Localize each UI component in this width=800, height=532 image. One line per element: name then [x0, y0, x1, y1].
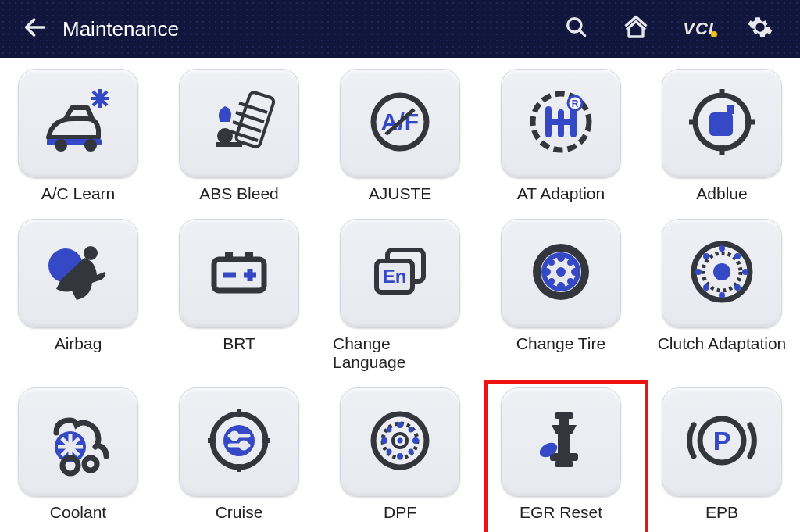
adblue-icon: [683, 83, 761, 164]
svg-rect-36: [225, 252, 233, 261]
tile-change-language[interactable]: En: [340, 219, 460, 328]
tile-brt[interactable]: [179, 219, 299, 328]
item-label: Change Language: [333, 334, 467, 372]
svg-point-54: [548, 278, 555, 284]
svg-point-94: [409, 449, 414, 455]
svg-point-88: [397, 453, 403, 459]
svg-point-91: [387, 427, 392, 433]
item-at-adaption: R AT Adaption: [494, 69, 628, 203]
tile-ac-learn[interactable]: [18, 69, 138, 178]
item-dpf: DPF: [333, 387, 467, 522]
vci-status-dot: [711, 31, 717, 37]
item-egr-reset: EGR Reset: [494, 387, 628, 522]
search-icon[interactable]: [564, 15, 589, 43]
item-epb: P EPB: [655, 387, 789, 522]
vci-label-text: VCI: [683, 19, 714, 38]
header-bar: Maintenance VCI: [0, 0, 800, 58]
svg-point-58: [713, 263, 730, 280]
svg-point-50: [543, 268, 551, 276]
tile-change-tire[interactable]: [501, 219, 621, 328]
coolant-icon: [39, 402, 117, 483]
tile-abs-bleed[interactable]: [179, 69, 299, 178]
change-tire-icon: [522, 233, 600, 314]
tile-dpf[interactable]: [340, 387, 460, 497]
item-label: AJUSTE: [369, 184, 432, 203]
tile-airbag[interactable]: [18, 219, 138, 328]
svg-point-5: [84, 139, 97, 152]
item-adblue: Adblue: [655, 69, 789, 203]
svg-point-92: [409, 427, 414, 433]
back-arrow-icon[interactable]: [22, 14, 48, 44]
svg-rect-32: [727, 105, 734, 114]
svg-line-16: [230, 131, 258, 141]
tile-clutch-adaptation[interactable]: [662, 219, 782, 328]
svg-rect-96: [555, 412, 573, 419]
item-cruise: Cruise: [172, 387, 306, 522]
svg-text:En: En: [383, 266, 407, 287]
svg-line-2: [580, 30, 585, 36]
item-change-tire: Change Tire: [494, 219, 628, 372]
tile-at-adaption[interactable]: R: [501, 69, 621, 178]
item-label: Change Tire: [516, 334, 605, 353]
svg-point-65: [703, 284, 709, 291]
tile-egr-reset[interactable]: [501, 387, 621, 497]
item-change-language: En Change Language: [333, 219, 467, 372]
tile-coolant[interactable]: [18, 387, 138, 497]
item-ac-learn: A/C Learn: [11, 69, 145, 203]
change-language-icon: En: [361, 233, 439, 314]
svg-point-47: [556, 267, 566, 277]
svg-rect-98: [558, 434, 570, 453]
svg-point-4: [55, 139, 67, 152]
tile-epb[interactable]: P: [662, 387, 782, 497]
tile-adblue[interactable]: [662, 69, 782, 178]
egr-reset-icon: [522, 402, 600, 483]
vci-status[interactable]: VCI: [683, 19, 714, 39]
svg-point-48: [557, 254, 565, 262]
svg-point-87: [397, 422, 403, 428]
svg-point-34: [84, 246, 98, 260]
svg-point-81: [231, 433, 238, 439]
item-label: Coolant: [50, 503, 106, 522]
item-airbag: Airbag: [11, 219, 145, 372]
svg-rect-11: [216, 142, 242, 147]
gear-icon[interactable]: [747, 14, 773, 44]
item-clutch-adaptation: Clutch Adaptation: [655, 219, 789, 372]
airbag-icon: [39, 233, 117, 314]
ajuste-icon: A/F: [361, 83, 439, 164]
page-title: Maintenance: [62, 17, 179, 41]
item-label: BRT: [223, 334, 255, 353]
svg-point-52: [548, 259, 555, 266]
svg-rect-37: [245, 252, 253, 261]
svg-point-62: [742, 269, 748, 275]
svg-point-95: [398, 438, 403, 444]
svg-point-60: [719, 292, 725, 298]
svg-rect-99: [550, 453, 578, 461]
item-brt: BRT: [172, 219, 306, 372]
tile-ajuste[interactable]: A/F: [340, 69, 460, 178]
svg-point-66: [734, 284, 741, 291]
tile-cruise[interactable]: [179, 387, 299, 497]
home-icon[interactable]: [622, 13, 650, 45]
item-label: AT Adaption: [517, 184, 605, 203]
dpf-icon: [361, 402, 439, 483]
cruise-icon: [200, 402, 278, 483]
svg-point-55: [567, 278, 573, 284]
svg-point-61: [695, 269, 702, 275]
svg-point-59: [719, 245, 725, 252]
maintenance-grid: A/C Learn ABS Bleed: [0, 58, 800, 522]
svg-point-93: [387, 449, 392, 455]
svg-point-73: [84, 458, 97, 470]
svg-point-49: [557, 282, 565, 290]
item-label: Adblue: [696, 184, 747, 203]
svg-point-89: [381, 437, 388, 444]
svg-point-79: [223, 425, 255, 456]
item-ajuste: A/F AJUSTE: [333, 69, 467, 203]
svg-rect-97: [559, 419, 569, 425]
svg-point-63: [703, 253, 709, 259]
item-label: EGR Reset: [520, 503, 602, 522]
svg-rect-35: [214, 259, 264, 291]
item-label: DPF: [384, 503, 416, 522]
at-adaption-icon: R: [522, 83, 600, 164]
item-label: EPB: [705, 503, 738, 522]
abs-bleed-icon: [200, 83, 278, 164]
